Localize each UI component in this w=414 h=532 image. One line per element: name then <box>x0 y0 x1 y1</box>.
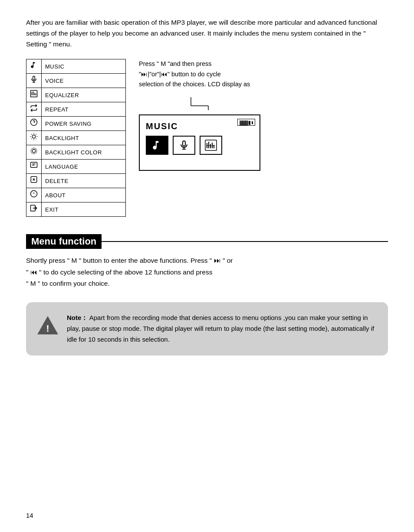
menu-icon-equalizer <box>26 88 42 102</box>
menu-label-0: MUSIC <box>42 59 126 74</box>
svg-point-10 <box>32 135 36 139</box>
menu-label-7: LANGUAGE <box>42 160 126 174</box>
note-body: Apart from the recording mode that denie… <box>67 314 374 343</box>
svg-text:!: ! <box>46 323 49 334</box>
menu-icon-power-saving <box>26 117 42 131</box>
svg-line-18 <box>36 134 36 135</box>
menu-item-row: BACKLIGHT <box>26 131 126 145</box>
lcd-battery: ▓▓▓ <box>237 119 255 126</box>
instruction-text: Press " M "and then press "⏭|"or"|⏮" but… <box>139 59 260 89</box>
menu-item-row: BACKLIGHT COLOR <box>26 145 126 160</box>
menu-label-9: ABOUT <box>42 188 126 202</box>
menu-item-row: LANGUAGE <box>26 160 126 174</box>
menu-label-4: POWER SAVING <box>42 117 126 131</box>
menu-item-row: REPEAT <box>26 102 126 117</box>
menu-label-8: DELETE <box>42 174 126 188</box>
menu-icon-exit <box>26 202 42 217</box>
note-box: ! Note： Apart from the recording mode th… <box>26 302 388 355</box>
svg-point-19 <box>32 150 36 153</box>
menu-label-10: EXIT <box>42 202 126 217</box>
note-content: Note： Apart from the recording mode that… <box>67 313 375 345</box>
svg-rect-0 <box>33 76 35 80</box>
lcd-icons-row <box>146 136 253 155</box>
svg-point-20 <box>31 148 37 154</box>
menu-icon-about <box>26 188 42 202</box>
menu-label-1: VOICE <box>42 74 126 88</box>
content-row: MUSIC VOICE EQUALIZER REPEAT POWER SAVIN… <box>26 59 388 217</box>
note-label: Note： <box>67 314 88 321</box>
menu-icon-language <box>26 160 42 174</box>
menu-item-row: DELETE <box>26 174 126 188</box>
menu-function-description: Shortly press " M " button to enter the … <box>26 255 388 289</box>
page-number: 14 <box>26 512 33 519</box>
menu-icon-backlight <box>26 131 42 145</box>
menu-icon-repeat <box>26 102 42 117</box>
menu-table: MUSIC VOICE EQUALIZER REPEAT POWER SAVIN… <box>26 59 126 217</box>
svg-line-14 <box>36 139 36 139</box>
svg-rect-35 <box>183 141 185 146</box>
menu-label-2: EQUALIZER <box>42 88 126 102</box>
menu-item-row: POWER SAVING <box>26 117 126 131</box>
svg-line-13 <box>31 134 32 135</box>
menu-table-container: MUSIC VOICE EQUALIZER REPEAT POWER SAVIN… <box>26 59 126 217</box>
menu-icon-voice-mic <box>26 74 42 88</box>
section-heading-text: Menu function <box>26 234 102 249</box>
menu-icon-delete <box>26 174 42 188</box>
lcd-voice-icon <box>173 136 195 155</box>
menu-item-row: VOICE <box>26 74 126 88</box>
section-line <box>102 241 388 242</box>
lcd-equalizer-icon <box>200 136 222 155</box>
menu-icon-music-note <box>26 59 42 74</box>
menu-label-5: BACKLIGHT <box>42 131 126 145</box>
menu-item-row: ABOUT <box>26 188 126 202</box>
right-panel: Press " M "and then press "⏭|"or"|⏮" but… <box>139 59 260 217</box>
lcd-display: ▓▓▓ MUSIC <box>139 114 260 171</box>
menu-item-row: MUSIC <box>26 59 126 74</box>
menu-item-row: EXIT <box>26 202 126 217</box>
section-heading: Menu function <box>26 234 388 249</box>
svg-line-17 <box>31 139 32 139</box>
menu-item-row: EQUALIZER <box>26 88 126 102</box>
menu-label-3: REPEAT <box>42 102 126 117</box>
lcd-music-icon <box>146 136 168 155</box>
intro-paragraph: After you are familiar with basic operat… <box>26 17 388 49</box>
menu-icon-backlight-color <box>26 145 42 160</box>
connector-line <box>139 97 217 110</box>
warning-icon: ! <box>36 314 59 337</box>
menu-label-6: BACKLIGHT COLOR <box>42 145 126 160</box>
